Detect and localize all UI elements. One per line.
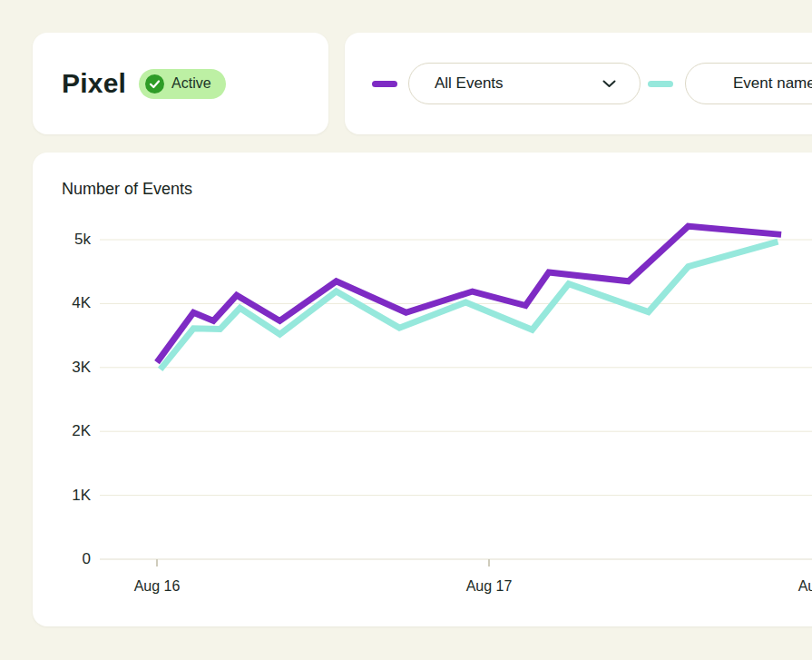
events-chart-card: Number of Events 5k4K3K2K1K0 Aug 16Aug 1… <box>33 153 812 626</box>
all-events-dropdown[interactable]: All Events <box>408 63 641 104</box>
series-swatch-event-name <box>648 81 673 87</box>
x-axis-tick-label: Aug 17 <box>466 578 513 595</box>
status-badge: Active <box>139 69 226 99</box>
check-circle-icon <box>145 74 164 94</box>
page-title: Pixel <box>62 68 126 99</box>
event-name-dropdown[interactable]: Event name <box>685 63 812 104</box>
chevron-down-icon <box>602 74 616 93</box>
x-axis-tick-label: Aug 16 <box>134 578 181 595</box>
all-events-dropdown-label: All Events <box>435 74 504 93</box>
legend-card: All Events Event name <box>345 33 812 134</box>
x-axis-tick-label: Aug 18 <box>798 578 812 595</box>
series-line-all-events[interactable] <box>157 226 781 362</box>
events-line-chart <box>33 153 812 626</box>
pixel-card: Pixel Active <box>33 33 328 134</box>
status-badge-label: Active <box>171 75 211 92</box>
series-swatch-all-events <box>372 81 397 87</box>
event-name-dropdown-label: Event name <box>733 74 812 93</box>
